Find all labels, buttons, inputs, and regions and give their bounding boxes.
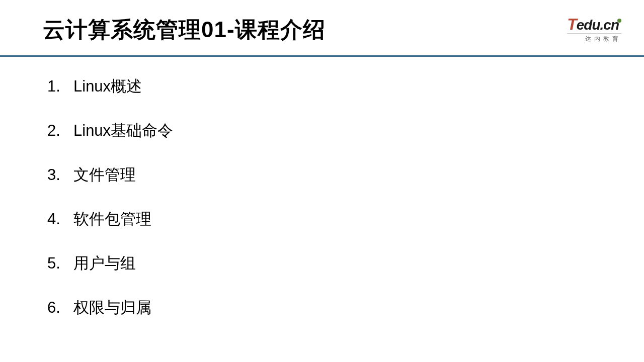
list-item-text: 文件管理	[73, 164, 136, 186]
list-item: 5. 用户与组	[47, 253, 644, 274]
list-item: 1. Linux概述	[47, 76, 644, 97]
brand-logo-initial: T	[567, 15, 577, 33]
list-item: 6. 权限与归属	[47, 297, 644, 318]
list-item-number: 4.	[47, 210, 73, 228]
brand-logo-rest: edu.cn	[577, 17, 619, 33]
brand-logo: Tedu.cn 达内教育	[567, 16, 621, 43]
list-item-number: 5.	[47, 254, 73, 273]
list-item-number: 6.	[47, 299, 73, 317]
list-item: 3. 文件管理	[47, 164, 644, 186]
list-item-text: Linux基础命令	[73, 120, 173, 141]
page-title: 云计算系统管理01-课程介绍	[43, 15, 644, 45]
list-item-text: 用户与组	[73, 253, 136, 274]
list-item-text: 软件包管理	[73, 209, 151, 230]
brand-logo-text: Tedu.cn	[567, 16, 621, 32]
list-item-number: 2.	[47, 122, 73, 140]
brand-logo-dot-icon	[617, 19, 621, 23]
outline-list: 1. Linux概述 2. Linux基础命令 3. 文件管理 4. 软件包管理…	[47, 76, 644, 318]
list-item: 4. 软件包管理	[47, 209, 644, 230]
list-item-number: 1.	[47, 77, 73, 96]
list-item-number: 3.	[47, 166, 73, 184]
slide-header: 云计算系统管理01-课程介绍 Tedu.cn 达内教育	[0, 0, 644, 55]
list-item-text: Linux概述	[73, 76, 142, 97]
list-item: 2. Linux基础命令	[47, 120, 644, 141]
slide-content: 1. Linux概述 2. Linux基础命令 3. 文件管理 4. 软件包管理…	[0, 57, 644, 318]
brand-logo-subtitle: 达内教育	[567, 33, 621, 43]
list-item-text: 权限与归属	[73, 297, 151, 318]
